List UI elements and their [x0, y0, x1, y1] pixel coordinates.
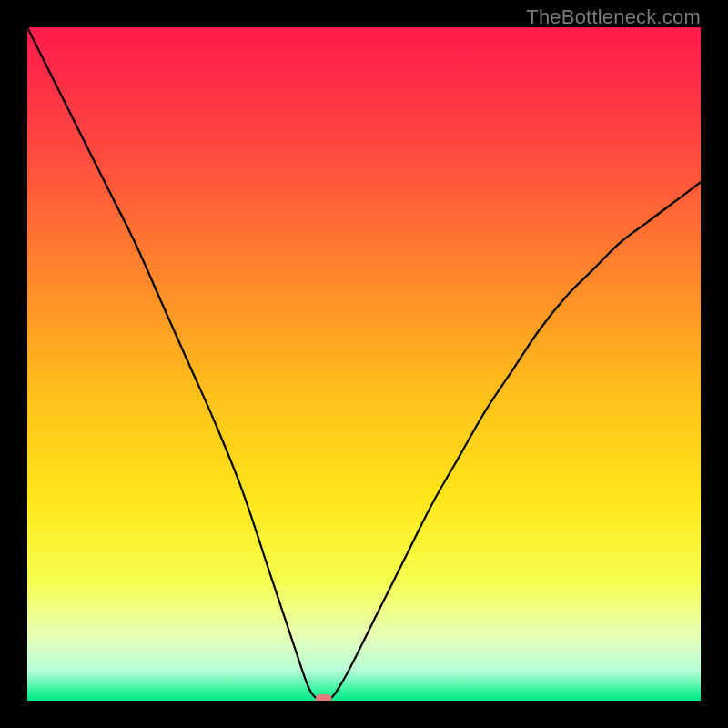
watermark-text: TheBottleneck.com [526, 5, 701, 29]
min-marker [316, 694, 332, 701]
annotation-layer [316, 694, 332, 701]
gradient-background [27, 27, 701, 701]
chart-frame: TheBottleneck.com [0, 0, 728, 728]
plot-area [27, 27, 701, 701]
bottleneck-chart [27, 27, 701, 701]
